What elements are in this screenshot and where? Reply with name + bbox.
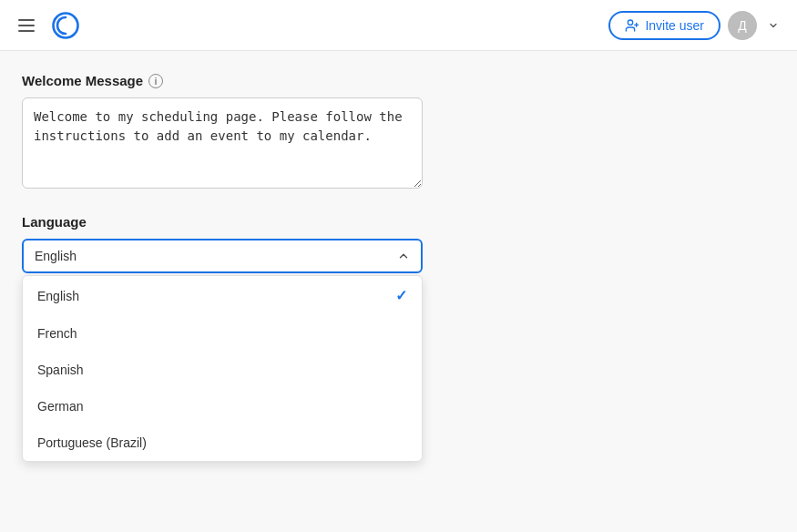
language-option-spanish[interactable]: Spanish <box>23 352 422 388</box>
language-dropdown-container: English English ✓ French Spanish <box>22 239 423 273</box>
welcome-message-section: Welcome Message i Welcome to my scheduli… <box>22 73 775 192</box>
user-menu-chevron[interactable] <box>764 16 782 35</box>
hamburger-menu-button[interactable] <box>15 15 38 36</box>
language-option-french[interactable]: French <box>23 315 422 352</box>
chevron-down-icon <box>768 20 779 31</box>
app-header: Invite user Д <box>0 0 797 51</box>
language-section: Language English English ✓ French <box>22 214 775 273</box>
language-option-english[interactable]: English ✓ <box>23 276 422 315</box>
language-selected-value: English <box>35 249 77 263</box>
language-label: Language <box>22 214 775 230</box>
invite-user-label: Invite user <box>645 18 704 33</box>
chevron-up-icon <box>397 250 410 262</box>
invite-user-button[interactable]: Invite user <box>608 11 720 40</box>
language-dropdown-list: English ✓ French Spanish German Portugue… <box>22 275 423 462</box>
language-option-german[interactable]: German <box>23 388 422 425</box>
language-dropdown-inner: English ✓ French Spanish German Portugue… <box>23 276 422 461</box>
user-avatar[interactable]: Д <box>728 11 757 40</box>
welcome-message-info-icon[interactable]: i <box>148 74 163 88</box>
welcome-message-label: Welcome Message i <box>22 73 775 88</box>
main-content: Welcome Message i Welcome to my scheduli… <box>0 51 797 295</box>
header-left <box>15 9 82 42</box>
welcome-message-textarea[interactable]: Welcome to my scheduling page. Please fo… <box>22 97 423 189</box>
svg-point-1 <box>628 20 633 25</box>
person-add-icon <box>625 18 639 33</box>
language-dropdown-trigger[interactable]: English <box>22 239 423 273</box>
app-logo <box>49 9 82 42</box>
header-right: Invite user Д <box>608 11 782 40</box>
check-icon: ✓ <box>395 287 407 304</box>
language-option-portuguese-brazil[interactable]: Portuguese (Brazil) <box>23 425 422 461</box>
